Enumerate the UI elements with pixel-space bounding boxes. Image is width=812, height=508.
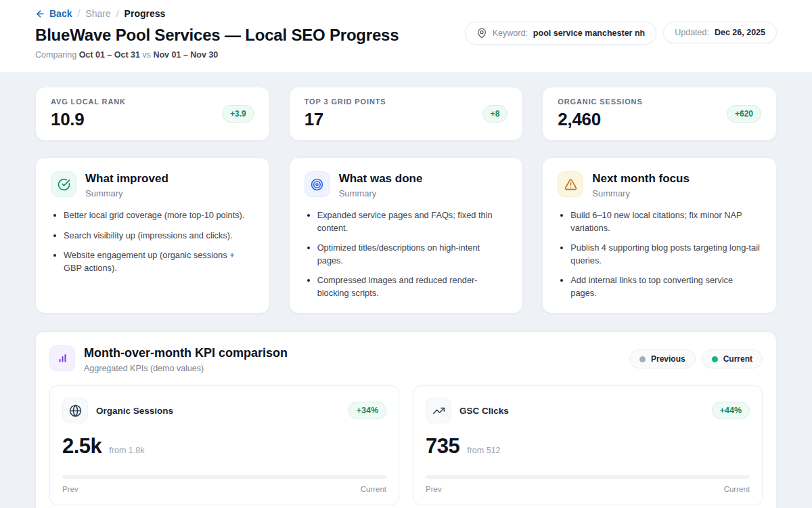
stat-delta-badge: +3.9 [222, 105, 254, 123]
bullet-item: Add internal links to top converting ser… [558, 274, 761, 299]
trending-up-icon [426, 398, 451, 423]
kpi-value: 735 [426, 434, 459, 459]
keyword-label: Keyword: [493, 28, 528, 38]
stat-label: ORGANIC SESSIONS [558, 98, 642, 106]
summary-subtitle: Summary [339, 188, 423, 198]
kpi-previous-value: from 1.8k [109, 446, 144, 455]
summary-subtitle: Summary [85, 188, 168, 198]
main-content: AVG LOCAL RANK 10.9 +3.9 TOP 3 GRID POIN… [0, 73, 812, 508]
kpi-comparison-section: Month-over-month KPI comparison Aggregat… [35, 331, 777, 508]
previous-dot [639, 356, 646, 362]
legend-previous-label: Previous [651, 354, 685, 364]
stat-delta-badge: +8 [482, 105, 508, 123]
bar-chart-icon [49, 345, 75, 371]
legend-previous[interactable]: Previous [629, 350, 696, 368]
bullet-item: Build 6–10 new local citations; fix mino… [558, 209, 761, 234]
bullet-item: Publish 4 supporting blog posts targetin… [558, 242, 761, 267]
current-dot [712, 356, 718, 362]
kpi-delta-badge: +34% [348, 402, 386, 419]
arrow-left-icon [35, 9, 45, 19]
range-b: Nov 01 – Nov 30 [153, 50, 218, 60]
summary-title: What was done [339, 172, 423, 186]
comparison-range: Comparing Oct 01 – Oct 31 vs Nov 01 – No… [35, 50, 399, 60]
kpi-card-gsc-clicks: GSC Clicks +44% 735 from 512 Prev Curren… [413, 385, 763, 505]
header-chips: Keyword: pool service manchester nh Upda… [465, 22, 777, 62]
back-label: Back [49, 8, 72, 19]
updated-chip: Updated: Dec 26, 2025 [663, 22, 777, 43]
stat-label: TOP 3 GRID POINTS [304, 98, 386, 106]
range-a: Oct 01 – Oct 31 [79, 50, 140, 60]
keyword-chip: Keyword: pool service manchester nh [465, 22, 656, 45]
stat-card-top3-grid-points: TOP 3 GRID POINTS 17 +8 [289, 87, 524, 141]
share-link[interactable]: Share [85, 8, 110, 19]
summary-card-what-improved: What improved Summary Better local grid … [35, 157, 270, 314]
stat-card-avg-local-rank: AVG LOCAL RANK 10.9 +3.9 [35, 87, 270, 141]
legend-current-label: Current [723, 354, 752, 364]
bullet-item: Search visibility up (impressions and cl… [51, 230, 254, 242]
breadcrumb-current: Progress [125, 8, 166, 19]
keyword-value: pool service manchester nh [533, 28, 645, 38]
kpi-progress-track [62, 475, 386, 479]
summary-bullet-list: Expanded service pages and FAQs; fixed t… [304, 209, 508, 299]
back-link[interactable]: Back [35, 8, 72, 19]
breadcrumb-separator: / [77, 8, 80, 19]
kpi-card-label: GSC Clicks [459, 406, 509, 416]
kpi-value: 2.5k [62, 434, 102, 459]
legend-current[interactable]: Current [702, 350, 763, 368]
stats-row: AVG LOCAL RANK 10.9 +3.9 TOP 3 GRID POIN… [35, 87, 777, 141]
check-circle-icon [51, 171, 76, 197]
kpi-card-label: Organic Sessions [96, 406, 173, 416]
summary-row: What improved Summary Better local grid … [35, 157, 777, 314]
header-left: Back / Share / Progress BlueWave Pool Se… [35, 8, 399, 62]
stat-value: 17 [304, 109, 386, 130]
kpi-prev-label: Prev [62, 485, 78, 493]
stat-value: 2,460 [558, 109, 642, 130]
page-header: Back / Share / Progress BlueWave Pool Se… [0, 0, 812, 73]
kpi-cards-row: Organic Sessions +34% 2.5k from 1.8k Pre… [49, 385, 763, 505]
stat-label: AVG LOCAL RANK [51, 98, 126, 106]
alert-triangle-icon [558, 171, 583, 197]
bullet-item: Expanded service pages and FAQs; fixed t… [304, 209, 508, 234]
bullet-item: Optimized titles/descriptions on high-in… [304, 242, 508, 267]
summary-title: What improved [85, 172, 168, 186]
bullet-item: Website engagement up (organic sessions … [51, 249, 254, 274]
breadcrumb: Back / Share / Progress [35, 8, 399, 19]
updated-value: Dec 26, 2025 [715, 28, 765, 37]
kpi-previous-value: from 512 [467, 446, 500, 455]
kpi-legend: Previous Current [629, 350, 763, 368]
kpi-current-label: Current [724, 485, 750, 493]
kpi-section-subtitle: Aggregated KPIs (demo values) [84, 364, 288, 373]
kpi-current-label: Current [361, 485, 386, 493]
kpi-delta-badge: +44% [712, 402, 750, 419]
stat-delta-badge: +620 [727, 105, 761, 123]
summary-bullet-list: Better local grid coverage (more top-10 … [51, 209, 254, 274]
target-icon [304, 171, 330, 197]
kpi-progress-track [426, 475, 750, 479]
updated-label: Updated: [675, 28, 709, 37]
kpi-section-title: Month-over-month KPI comparison [84, 346, 288, 360]
stat-value: 10.9 [51, 109, 126, 130]
kpi-card-organic-sessions: Organic Sessions +34% 2.5k from 1.8k Pre… [49, 385, 399, 505]
summary-title: Next month focus [592, 172, 690, 186]
page-title: BlueWave Pool Services — Local SEO Progr… [35, 26, 399, 45]
summary-card-next-month-focus: Next month focus Summary Build 6–10 new … [542, 157, 777, 314]
summary-bullet-list: Build 6–10 new local citations; fix mino… [558, 209, 761, 299]
bullet-item: Better local grid coverage (more top-10 … [51, 209, 254, 222]
map-pin-icon [476, 28, 487, 39]
summary-subtitle: Summary [592, 188, 690, 198]
summary-card-what-was-done: What was done Summary Expanded service p… [289, 157, 524, 314]
globe-icon [62, 398, 88, 423]
bullet-item: Compressed images and reduced render-blo… [304, 274, 508, 299]
stat-card-organic-sessions: ORGANIC SESSIONS 2,460 +620 [542, 87, 777, 141]
breadcrumb-separator: / [116, 8, 119, 19]
kpi-prev-label: Prev [426, 485, 442, 493]
